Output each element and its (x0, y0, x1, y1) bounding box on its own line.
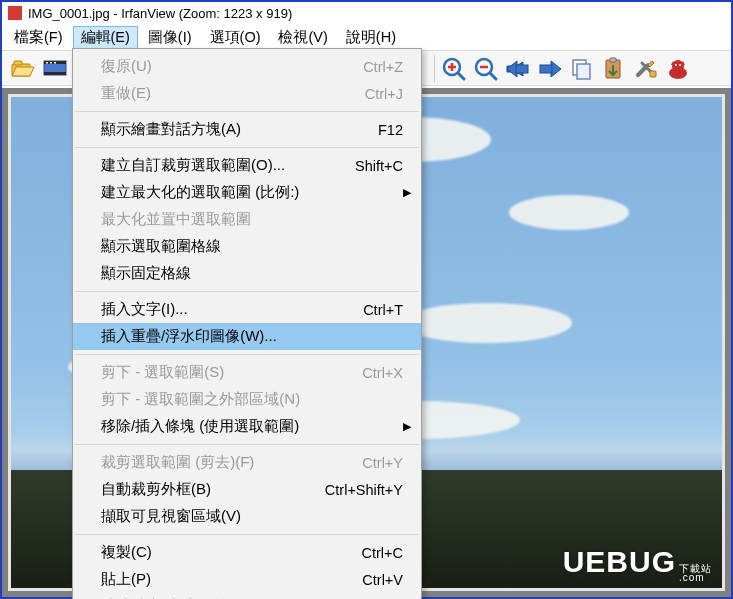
svg-rect-5 (46, 62, 48, 64)
tb-cat-icon[interactable] (663, 54, 693, 84)
menu-separator (75, 147, 419, 148)
mi-max-select-ratio[interactable]: 建立最大化的選取範圍 (比例:)▶ (73, 179, 421, 206)
menu-file[interactable]: 檔案(F) (6, 26, 71, 49)
svg-rect-6 (50, 62, 52, 64)
menu-options[interactable]: 選項(O) (202, 26, 269, 49)
menubar: 檔案(F) 編輯(E) 圖像(I) 選項(O) 檢視(V) 說明(H) (2, 24, 731, 50)
menu-separator (75, 111, 419, 112)
mi-insert-text[interactable]: 插入文字(I)...Ctrl+T (73, 296, 421, 323)
svg-point-23 (672, 60, 684, 72)
mi-custom-crop[interactable]: 建立自訂裁剪選取範圍(O)...Shift+C (73, 152, 421, 179)
tb-slideshow-icon[interactable] (40, 53, 70, 83)
svg-rect-4 (44, 72, 66, 75)
mi-show-paint[interactable]: 顯示繪畫對話方塊(A)F12 (73, 116, 421, 143)
mi-insert-watermark[interactable]: 插入重疊/浮水印圖像(W)... (73, 323, 421, 350)
tb-prev-icon[interactable] (503, 54, 533, 84)
menu-separator (75, 444, 419, 445)
mi-max-center-sel: 最大化並置中選取範圍 (73, 206, 421, 233)
window-title: IMG_0001.jpg - IrfanView (Zoom: 1223 x 9… (28, 6, 292, 21)
menu-help[interactable]: 說明(H) (338, 26, 404, 49)
svg-line-13 (490, 73, 496, 79)
mi-undo: 復原(U)Ctrl+Z (73, 53, 421, 80)
mi-show-fixed-grid[interactable]: 顯示固定格線 (73, 260, 421, 287)
mi-auto-crop[interactable]: 自動裁剪外框(B)Ctrl+Shift+Y (73, 476, 421, 503)
svg-rect-15 (516, 65, 528, 73)
titlebar: IMG_0001.jpg - IrfanView (Zoom: 1223 x 9… (2, 2, 731, 24)
mi-redo: 重做(E)Ctrl+J (73, 80, 421, 107)
watermark: UEBUG 下載站 .com (563, 545, 712, 582)
menu-image[interactable]: 圖像(I) (140, 26, 200, 49)
app-window: IMG_0001.jpg - IrfanView (Zoom: 1223 x 9… (0, 0, 733, 599)
mi-copy[interactable]: 複製(C)Ctrl+C (73, 539, 421, 566)
mi-cut-outside: 剪下 - 選取範圍之外部區域(N) (73, 386, 421, 413)
menu-separator (75, 291, 419, 292)
tb-paste-icon[interactable] (599, 54, 629, 84)
tb-settings-icon[interactable] (631, 54, 661, 84)
svg-rect-16 (540, 65, 552, 73)
mi-capture-visible[interactable]: 擷取可見視窗區域(V) (73, 503, 421, 530)
mi-paste-special[interactable]: 特殊貼上 (加入側邊)(T)▶ (73, 593, 421, 599)
edit-menu-dropdown: 復原(U)Ctrl+Z 重做(E)Ctrl+J 顯示繪畫對話方塊(A)F12 建… (72, 48, 422, 599)
mi-paste[interactable]: 貼上(P)Ctrl+V (73, 566, 421, 593)
tb-copy-icon[interactable] (567, 54, 597, 84)
tb-zoom-in-icon[interactable] (439, 54, 469, 84)
svg-rect-7 (54, 62, 56, 64)
mi-show-sel-grid[interactable]: 顯示選取範圍格線 (73, 233, 421, 260)
svg-rect-21 (650, 71, 656, 77)
tb-next-icon[interactable] (535, 54, 565, 84)
svg-line-9 (458, 73, 464, 79)
submenu-arrow-icon: ▶ (403, 186, 411, 199)
svg-rect-18 (577, 64, 590, 79)
svg-point-24 (675, 64, 677, 66)
svg-rect-1 (14, 61, 22, 65)
app-icon (8, 6, 22, 20)
mi-remove-insert-strip[interactable]: 移除/插入條塊 (使用選取範圍)▶ (73, 413, 421, 440)
svg-point-25 (679, 64, 681, 66)
tb-zoom-out-icon[interactable] (471, 54, 501, 84)
menu-view[interactable]: 檢視(V) (270, 26, 335, 49)
watermark-text: UEBUG (563, 545, 676, 579)
mi-cut-sel: 剪下 - 選取範圍(S)Ctrl+X (73, 359, 421, 386)
menu-separator (75, 534, 419, 535)
svg-rect-20 (610, 58, 616, 62)
menu-separator (75, 354, 419, 355)
tb-open-icon[interactable] (8, 53, 38, 83)
menu-edit[interactable]: 編輯(E) (73, 26, 138, 49)
mi-crop-sel: 裁剪選取範圍 (剪去)(F)Ctrl+Y (73, 449, 421, 476)
toolbar-divider (434, 55, 435, 83)
submenu-arrow-icon: ▶ (403, 420, 411, 433)
